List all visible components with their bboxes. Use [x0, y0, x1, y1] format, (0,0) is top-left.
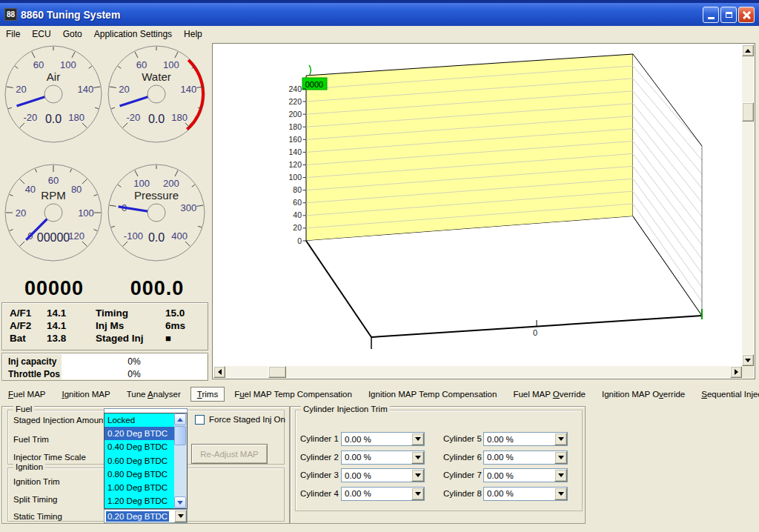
dropdown-button[interactable]: [411, 488, 424, 500]
tab-fuel-map-temp-compensation[interactable]: Fuel MAP Temp Compensation: [228, 387, 359, 402]
capacity-label: Throttle Pos: [8, 369, 60, 379]
svg-text:100: 100: [133, 178, 150, 189]
cylinder-5-combobox[interactable]: 0.00 %: [483, 432, 568, 446]
svg-text:100: 100: [78, 207, 94, 219]
readjust-map-button[interactable]: Re-Adjust MAP: [191, 444, 268, 464]
restore-icon: [726, 12, 732, 18]
tab-bar: Fuel MAPIgnition MAPTune AnalyserTrimsFu…: [0, 384, 759, 405]
z-axis-tick-label: 20: [293, 223, 302, 232]
svg-text:60: 60: [48, 175, 59, 186]
menu-file[interactable]: File: [0, 27, 26, 41]
status-label: Inj Ms: [96, 320, 165, 331]
dropdown-scrollbar[interactable]: [174, 413, 187, 508]
z-axis-tick-label: 80: [293, 185, 302, 194]
ignition-group-title: Ignition: [13, 462, 45, 471]
dropdown-item[interactable]: 0.80 Deg BTDC: [105, 468, 175, 481]
tab-ignition-map[interactable]: Ignition MAP: [56, 387, 117, 402]
chart-vscroll-thumb[interactable]: [742, 102, 754, 122]
down-arrow-icon: [178, 514, 184, 518]
down-arrow-icon: [558, 456, 564, 459]
cylinder-7-combobox[interactable]: 0.00 %: [483, 468, 568, 482]
chart-scroll-left-button[interactable]: [213, 366, 225, 378]
svg-text:120: 120: [68, 230, 84, 242]
svg-text:60: 60: [136, 59, 147, 70]
down-arrow-icon: [415, 437, 421, 441]
gauge-rpm: 020406080100120RPM00000: [3, 162, 104, 263]
chart-horizontal-scrollbar[interactable]: [213, 366, 742, 378]
cylinder-8-combobox[interactable]: 0.00 %: [483, 487, 568, 501]
svg-text:80: 80: [71, 184, 82, 195]
menu-application-settings[interactable]: Application Settings: [88, 27, 178, 41]
dropdown-item[interactable]: 1.00 Deg BTDC: [105, 481, 175, 494]
minimize-icon: [708, 17, 715, 19]
cylinder-value: 0.00 %: [484, 435, 554, 444]
tab-trims[interactable]: Trims: [190, 387, 225, 402]
minimize-button[interactable]: [703, 7, 719, 23]
tab-sequential-injection[interactable]: Sequential Injection: [695, 387, 759, 402]
chart-scroll-right-button[interactable]: [730, 366, 742, 378]
menu-ecu[interactable]: ECU: [26, 27, 56, 41]
cylinder-value: 0.00 %: [484, 489, 554, 498]
left-arrow-icon: [218, 369, 222, 375]
cylinder-1-combobox[interactable]: 0.00 %: [341, 432, 425, 446]
dropdown-button[interactable]: [554, 451, 567, 464]
tab-fuel-map-override[interactable]: Fuel MAP Override: [506, 387, 592, 402]
tab-fuel-map[interactable]: Fuel MAP: [1, 387, 53, 402]
dropdown-button[interactable]: [554, 469, 567, 482]
map-3d-view[interactable]: 0 0000 020406080100120140160180200220240: [212, 43, 755, 379]
z-axis-tick-label: 200: [288, 110, 302, 119]
static-timing-dropdown-button[interactable]: [174, 510, 187, 522]
cylinder-label: Cylinder 3: [300, 471, 339, 479]
dropdown-item[interactable]: Locked: [105, 413, 175, 427]
dropdown-button[interactable]: [411, 433, 424, 445]
dropdown-button[interactable]: [411, 469, 424, 482]
svg-text:60: 60: [33, 59, 44, 70]
dropdown-button[interactable]: [554, 433, 567, 445]
engine-status-panel: A/F114.1Timing15.0A/F214.1Inj Ms6msBat13…: [1, 302, 208, 350]
status-value: 14.1: [47, 320, 96, 331]
field-label-split-timing: Split Timing: [13, 495, 57, 504]
tab-ignition-map-temp-compensation[interactable]: Ignition MAP Temp Compensation: [362, 387, 503, 402]
cylinder-label: Cylinder 7: [443, 471, 482, 479]
menu-help[interactable]: Help: [178, 27, 208, 41]
dropdown-item[interactable]: 0.40 Deg BTDC: [105, 440, 175, 453]
dropdown-scroll-thumb[interactable]: [174, 426, 186, 445]
svg-text:Air: Air: [47, 70, 60, 83]
dropdown-button[interactable]: [554, 488, 567, 500]
svg-text:0.0: 0.0: [148, 113, 165, 125]
dropdown-item[interactable]: 0.60 Deg BTDC: [105, 454, 175, 468]
restore-button[interactable]: [720, 7, 737, 23]
titlebar[interactable]: 88 8860 Tuning System: [0, 3, 759, 26]
svg-text:Pressure: Pressure: [134, 189, 179, 202]
tab-ignition-map-override[interactable]: Ignition MAP Override: [595, 387, 692, 402]
dropdown-scroll-down-button[interactable]: [174, 496, 186, 508]
dropdown-item[interactable]: 0.20 Deg BTDC: [105, 427, 175, 440]
tab-tune-analyser[interactable]: Tune Analyser: [120, 387, 188, 402]
cylinder-2-combobox[interactable]: 0.00 %: [341, 450, 425, 465]
svg-text:100: 100: [60, 59, 76, 70]
capacity-label: Inj capacity: [8, 356, 56, 367]
cylinder-4-combobox[interactable]: 0.00 %: [341, 487, 425, 501]
z-axis-tick-label: 0: [297, 236, 302, 245]
z-axis-tick-label: 140: [288, 147, 302, 156]
svg-text:0.0: 0.0: [45, 113, 62, 125]
z-axis-tick-label: 40: [293, 210, 302, 219]
dropdown-item[interactable]: 1.20 Deg BTDC: [105, 494, 175, 508]
static-timing-combobox[interactable]: 0.20 Deg BTDC: [104, 509, 188, 523]
cylinder-3-combobox[interactable]: 0.00 %: [341, 468, 425, 482]
dropdown-button[interactable]: [411, 451, 424, 464]
force-staged-checkbox[interactable]: [195, 415, 205, 425]
menu-goto[interactable]: Goto: [57, 27, 88, 41]
dropdown-scroll-up-button[interactable]: [174, 413, 186, 425]
map-3d-canvas[interactable]: 0 0000 020406080100120140160180200220240: [213, 44, 743, 367]
status-label: Staged Inj: [96, 333, 165, 344]
chart-hscroll-thumb[interactable]: [268, 366, 286, 378]
close-button[interactable]: [738, 7, 755, 23]
chart-scroll-down-button[interactable]: [742, 354, 754, 366]
chart-vertical-scrollbar[interactable]: [742, 44, 754, 366]
svg-text:400: 400: [171, 230, 188, 242]
cylinder-6-combobox[interactable]: 0.00 %: [483, 450, 568, 465]
field-label-fuel-trim: Fuel Trim: [13, 435, 49, 444]
status-label: Timing: [96, 307, 165, 319]
chart-scroll-up-button[interactable]: [742, 44, 754, 56]
